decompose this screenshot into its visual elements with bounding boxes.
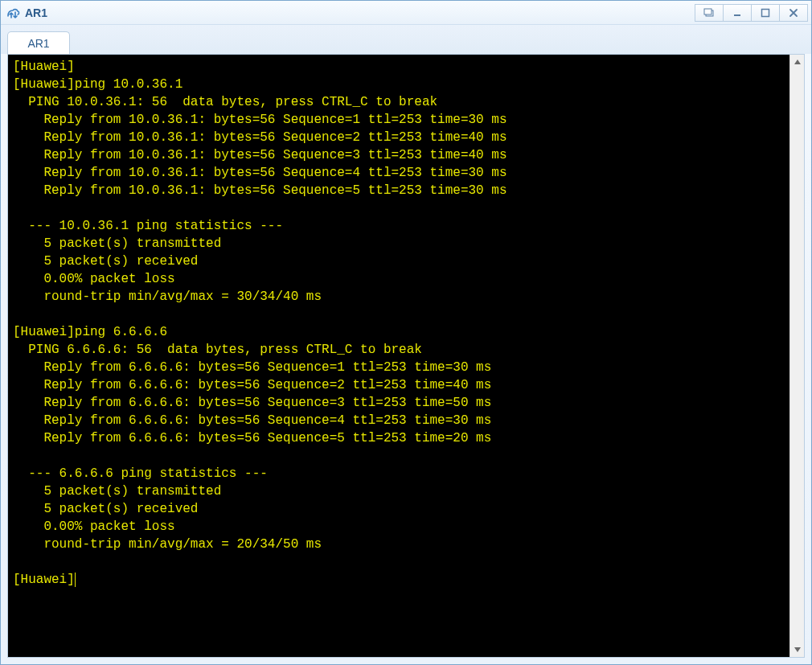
title-bar: AR1 [1,1,811,25]
terminal-line: Reply from 10.0.36.1: bytes=56 Sequence=… [13,113,507,127]
app-window: AR1 [0,0,812,665]
close-button[interactable] [779,4,808,22]
terminal-line: Reply from 10.0.36.1: bytes=56 Sequence=… [13,130,507,145]
vertical-scrollbar[interactable] [789,55,804,657]
terminal-line: 5 packet(s) transmitted [13,484,221,499]
detach-button[interactable] [695,4,724,22]
terminal-line: 5 packet(s) transmitted [13,236,221,251]
terminal-line: Reply from 10.0.36.1: bytes=56 Sequence=… [13,183,507,198]
terminal-line: PING 6.6.6.6: 56 data bytes, press CTRL_… [13,343,422,357]
terminal-prompt: [Huawei] [13,573,75,587]
terminal-line: [Huawei]ping 10.0.36.1 [13,77,182,92]
minimize-button[interactable] [723,4,752,22]
terminal-line: round-trip min/avg/max = 30/34/40 ms [13,289,322,304]
terminal-line: --- 6.6.6.6 ping statistics --- [13,466,268,481]
terminal-line: 5 packet(s) received [13,254,198,269]
svg-rect-2 [734,14,740,16]
scroll-track[interactable] [790,69,804,642]
terminal-line: 0.00% packet loss [13,272,175,286]
client-area: [Huawei] [Huawei]ping 10.0.36.1 PING 10.… [7,54,805,658]
tab-strip: AR1 [1,25,811,54]
terminal-line: [Huawei] [13,60,75,74]
terminal-cursor [75,573,76,587]
terminal-line: Reply from 10.0.36.1: bytes=56 Sequence=… [13,166,507,180]
terminal-line: 0.00% packet loss [13,519,175,534]
terminal-line: round-trip min/avg/max = 20/34/50 ms [13,537,322,552]
scroll-down-arrow[interactable] [790,642,804,657]
window-title: AR1 [25,6,47,19]
terminal-line: --- 10.0.36.1 ping statistics --- [13,219,283,233]
terminal-line: Reply from 10.0.36.1: bytes=56 Sequence=… [13,148,507,162]
terminal-line: 5 packet(s) received [13,502,198,516]
terminal[interactable]: [Huawei] [Huawei]ping 10.0.36.1 PING 10.… [8,55,789,657]
svg-rect-3 [762,9,769,16]
terminal-line: PING 10.0.36.1: 56 data bytes, press CTR… [13,95,437,109]
window-controls [695,4,808,22]
terminal-line: Reply from 6.6.6.6: bytes=56 Sequence=5 … [13,431,491,445]
maximize-button[interactable] [751,4,780,22]
terminal-line: Reply from 6.6.6.6: bytes=56 Sequence=2 … [13,378,491,392]
svg-rect-1 [704,9,712,14]
app-icon [6,6,20,20]
tab-ar1[interactable]: AR1 [7,31,70,55]
terminal-line: Reply from 6.6.6.6: bytes=56 Sequence=4 … [13,413,491,428]
scroll-up-arrow[interactable] [790,55,804,69]
terminal-line: [Huawei]ping 6.6.6.6 [13,325,167,339]
terminal-line: Reply from 6.6.6.6: bytes=56 Sequence=1 … [13,360,491,375]
terminal-line: Reply from 6.6.6.6: bytes=56 Sequence=3 … [13,396,491,410]
